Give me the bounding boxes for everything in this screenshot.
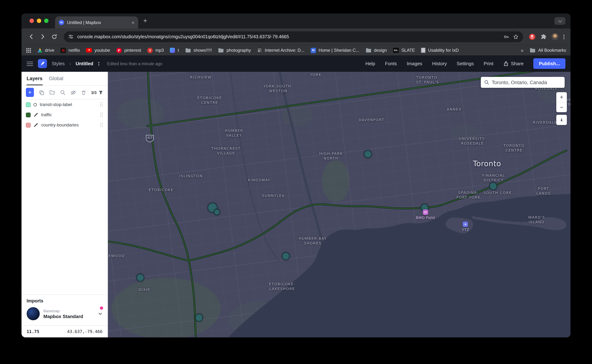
bookmark-item[interactable]: Nnetflix — [60, 48, 80, 53]
expand-basemap-button[interactable] — [98, 312, 102, 316]
home-site-icon: H — [311, 48, 316, 53]
bookmark-item[interactable]: Internet Archive: D... — [257, 48, 304, 53]
breadcrumb-styles[interactable]: Styles — [52, 61, 65, 66]
nav-link-history[interactable]: History — [432, 61, 447, 66]
all-bookmarks-label: All Bookmarks — [538, 48, 566, 53]
bookmark-item[interactable]: Ppinterest — [116, 48, 141, 53]
layer-color-swatch — [26, 102, 31, 107]
bookmark-item[interactable]: D2LSLATE — [393, 48, 415, 53]
map-search-input[interactable] — [492, 80, 561, 85]
eye-off-icon — [70, 90, 76, 95]
address-bar[interactable]: console.mapbox.com/studio/styles/monatgn… — [64, 31, 523, 42]
youtube-icon — [86, 48, 92, 52]
basemap-import-item[interactable]: Basemap Mapbox Standard — [26, 304, 102, 325]
bookmark-item[interactable]: Ymp3 — [147, 48, 164, 53]
trash-icon — [81, 90, 86, 95]
layer-row-traffic[interactable]: traffic — [21, 110, 107, 120]
drag-handle-icon[interactable] — [100, 112, 103, 117]
back-button[interactable] — [26, 32, 36, 42]
bookmark-star-icon[interactable] — [513, 34, 519, 39]
share-label: Share — [511, 61, 523, 66]
nav-link-print[interactable]: Print — [484, 61, 493, 66]
share-button[interactable]: Share — [503, 61, 523, 66]
add-layer-button[interactable]: + — [26, 88, 34, 97]
adblock-extension-icon[interactable] — [529, 33, 535, 40]
layers-list: transit-stop-labeltrafficcountry-boundar… — [21, 99, 107, 130]
drag-handle-icon[interactable] — [100, 123, 103, 128]
sidebar-tabs: Layers Global — [21, 72, 107, 86]
close-window-button[interactable] — [30, 19, 34, 23]
document-icon — [421, 48, 426, 53]
nav-link-help[interactable]: Help — [365, 61, 375, 66]
edited-status: Edited less than a minute ago — [107, 61, 162, 66]
drive-icon — [38, 48, 42, 52]
minimize-window-button[interactable] — [37, 19, 41, 23]
mapbox-studio-logo[interactable] — [38, 59, 47, 68]
apps-grid-icon[interactable] — [26, 48, 31, 53]
layer-row-transit-stop-label[interactable]: transit-stop-label — [21, 99, 107, 110]
tab-search-button[interactable] — [554, 17, 566, 25]
bookmark-item[interactable]: drive — [38, 48, 54, 53]
tab-layers[interactable]: Layers — [26, 72, 42, 85]
reload-button[interactable] — [49, 32, 59, 42]
bookmark-item[interactable]: HHome | Sheridan C... — [311, 48, 359, 53]
all-bookmarks-button[interactable]: All Bookmarks — [530, 48, 566, 53]
map-canvas[interactable]: Toronto 427 RICHVIEWYORKTORONTO- ST. PAU… — [108, 72, 571, 338]
profile-avatar[interactable] — [552, 33, 559, 40]
style-options-kebab-icon[interactable] — [98, 61, 99, 66]
toolbar-extensions — [527, 33, 566, 40]
publish-button[interactable]: Publish... — [533, 58, 566, 69]
zoom-in-button[interactable]: + — [556, 92, 567, 102]
inspect-layer-button[interactable] — [59, 90, 66, 95]
chrome-menu-icon[interactable] — [563, 34, 565, 39]
mp3-icon: Y — [147, 48, 153, 53]
imports-heading: Imports — [26, 299, 102, 304]
folder-icon — [366, 48, 371, 53]
zoom-out-button[interactable]: − — [556, 102, 567, 112]
layer-color-swatch — [26, 123, 31, 127]
browser-tab[interactable]: m Untitled | Mapbox × — [55, 16, 138, 28]
layer-filter[interactable]: 3/3 — [91, 90, 103, 95]
bookmark-item[interactable]: Usability for IxD — [421, 48, 459, 53]
group-layers-button[interactable] — [49, 90, 55, 95]
bookmark-item[interactable]: photography — [218, 48, 251, 53]
macos-window-controls — [30, 19, 48, 23]
password-key-icon[interactable] — [503, 34, 509, 39]
netflix-icon: N — [60, 48, 66, 53]
layer-row-country-boundaries[interactable]: country-boundaries — [21, 120, 107, 130]
compass-button[interactable] — [556, 115, 567, 125]
hamburger-menu-icon[interactable] — [26, 61, 33, 66]
zoom-window-button[interactable] — [44, 19, 48, 23]
site-settings-icon[interactable] — [68, 34, 74, 39]
nav-link-fonts[interactable]: Fonts — [385, 61, 397, 66]
bookmark-item[interactable]: design — [366, 48, 387, 53]
hide-layer-button[interactable] — [70, 90, 76, 95]
breadcrumb-style-name[interactable]: Untitled — [76, 61, 93, 66]
delete-layer-button[interactable] — [81, 90, 86, 95]
duplicate-layer-button[interactable] — [39, 90, 44, 95]
url-text[interactable]: console.mapbox.com/studio/styles/monatgn… — [77, 34, 500, 39]
layer-name: country-boundaries — [41, 123, 97, 128]
tab-title: Untitled | Mapbox — [67, 20, 129, 25]
compass-needle-icon — [559, 117, 564, 123]
extensions-puzzle-icon[interactable] — [540, 33, 547, 40]
folder-icon — [185, 48, 191, 53]
new-tab-button[interactable]: + — [143, 17, 147, 24]
studio-nav-links: HelpFontsImagesHistorySettingsPrint — [365, 61, 493, 66]
nav-link-images[interactable]: Images — [407, 61, 422, 66]
bookmark-item[interactable]: shows!!!!! — [185, 48, 212, 53]
map-search-box[interactable] — [481, 77, 565, 88]
bookmarks-overflow-chevron[interactable]: » — [521, 47, 524, 53]
notification-dot — [100, 306, 103, 310]
tab-close-icon[interactable]: × — [132, 20, 134, 25]
bookmark-item[interactable]: youtube — [86, 48, 110, 53]
drag-handle-icon[interactable] — [100, 102, 103, 107]
forward-button[interactable] — [38, 32, 48, 42]
import-name: Mapbox Standard — [43, 313, 83, 319]
filter-funnel-icon — [99, 90, 103, 95]
tab-global[interactable]: Global — [49, 72, 63, 85]
bookmark-item[interactable]: t — [170, 48, 179, 53]
layers-sidebar: Layers Global + — [21, 72, 108, 338]
share-icon — [503, 61, 508, 66]
nav-link-settings[interactable]: Settings — [457, 61, 474, 66]
